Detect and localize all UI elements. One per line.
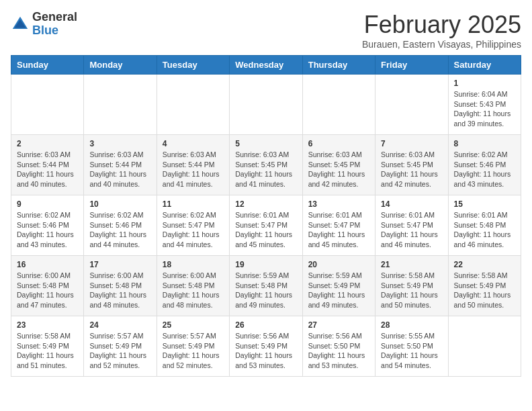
calendar-cell: 5Sunrise: 6:03 AM Sunset: 5:45 PM Daylig… xyxy=(230,135,302,195)
day-number: 4 xyxy=(163,139,224,148)
calendar-cell: 1Sunrise: 6:04 AM Sunset: 5:43 PM Daylig… xyxy=(448,75,521,135)
calendar-day-header: Wednesday xyxy=(230,56,302,75)
day-number: 24 xyxy=(89,320,150,330)
calendar-cell xyxy=(11,75,84,135)
calendar-week-row: 23Sunrise: 5:58 AM Sunset: 5:49 PM Dayli… xyxy=(11,316,521,377)
day-info: Sunrise: 6:03 AM Sunset: 5:45 PM Dayligh… xyxy=(381,150,442,189)
day-info: Sunrise: 5:58 AM Sunset: 5:49 PM Dayligh… xyxy=(454,271,515,310)
logo-blue-text: Blue xyxy=(32,24,77,38)
day-info: Sunrise: 5:57 AM Sunset: 5:49 PM Dayligh… xyxy=(163,331,224,371)
day-info: Sunrise: 6:02 AM Sunset: 5:47 PM Dayligh… xyxy=(163,210,224,250)
day-info: Sunrise: 6:04 AM Sunset: 5:43 PM Dayligh… xyxy=(454,89,515,129)
day-number: 23 xyxy=(17,320,78,330)
day-info: Sunrise: 5:58 AM Sunset: 5:49 PM Dayligh… xyxy=(17,331,78,371)
day-info: Sunrise: 6:00 AM Sunset: 5:48 PM Dayligh… xyxy=(163,271,224,310)
calendar-cell: 20Sunrise: 5:59 AM Sunset: 5:49 PM Dayli… xyxy=(302,256,375,316)
calendar-day-header: Friday xyxy=(375,56,448,75)
calendar-day-header: Sunday xyxy=(11,56,84,75)
calendar-cell: 2Sunrise: 6:03 AM Sunset: 5:44 PM Daylig… xyxy=(11,135,84,195)
calendar-week-row: 1Sunrise: 6:04 AM Sunset: 5:43 PM Daylig… xyxy=(11,75,521,135)
day-info: Sunrise: 6:03 AM Sunset: 5:44 PM Dayligh… xyxy=(89,150,150,189)
day-info: Sunrise: 6:00 AM Sunset: 5:48 PM Dayligh… xyxy=(89,271,150,310)
calendar-day-header: Tuesday xyxy=(157,56,229,75)
calendar-cell xyxy=(84,75,157,135)
day-number: 7 xyxy=(381,139,442,148)
day-number: 27 xyxy=(308,320,369,330)
calendar-cell: 8Sunrise: 6:02 AM Sunset: 5:46 PM Daylig… xyxy=(448,135,521,195)
day-info: Sunrise: 5:56 AM Sunset: 5:50 PM Dayligh… xyxy=(308,331,369,371)
day-number: 6 xyxy=(308,139,369,148)
calendar-cell: 14Sunrise: 6:01 AM Sunset: 5:47 PM Dayli… xyxy=(375,195,448,256)
calendar-day-header: Saturday xyxy=(448,56,521,75)
day-info: Sunrise: 5:56 AM Sunset: 5:49 PM Dayligh… xyxy=(235,331,296,371)
calendar-cell: 19Sunrise: 5:59 AM Sunset: 5:48 PM Dayli… xyxy=(230,256,302,316)
day-info: Sunrise: 5:59 AM Sunset: 5:48 PM Dayligh… xyxy=(235,271,296,310)
day-number: 10 xyxy=(89,199,150,209)
day-info: Sunrise: 6:01 AM Sunset: 5:47 PM Dayligh… xyxy=(381,210,442,250)
day-info: Sunrise: 6:02 AM Sunset: 5:46 PM Dayligh… xyxy=(17,210,78,250)
logo-icon xyxy=(11,15,30,34)
day-number: 2 xyxy=(17,139,78,148)
calendar-cell: 27Sunrise: 5:56 AM Sunset: 5:50 PM Dayli… xyxy=(302,316,375,377)
calendar-cell: 10Sunrise: 6:02 AM Sunset: 5:46 PM Dayli… xyxy=(84,195,157,256)
calendar-day-header: Monday xyxy=(84,56,157,75)
calendar-cell xyxy=(230,75,302,135)
day-number: 22 xyxy=(454,260,515,269)
calendar-table: SundayMondayTuesdayWednesdayThursdayFrid… xyxy=(11,55,521,377)
calendar-cell: 17Sunrise: 6:00 AM Sunset: 5:48 PM Dayli… xyxy=(84,256,157,316)
logo-text: General Blue xyxy=(32,11,77,38)
day-number: 25 xyxy=(163,320,224,330)
day-number: 16 xyxy=(17,260,78,269)
day-number: 8 xyxy=(454,139,515,148)
day-number: 20 xyxy=(308,260,369,269)
calendar-cell: 3Sunrise: 6:03 AM Sunset: 5:44 PM Daylig… xyxy=(84,135,157,195)
day-number: 14 xyxy=(381,199,442,209)
day-info: Sunrise: 6:03 AM Sunset: 5:45 PM Dayligh… xyxy=(308,150,369,189)
day-info: Sunrise: 6:02 AM Sunset: 5:46 PM Dayligh… xyxy=(89,210,150,250)
calendar-day-header: Thursday xyxy=(302,56,375,75)
day-info: Sunrise: 6:02 AM Sunset: 5:46 PM Dayligh… xyxy=(454,150,515,189)
day-info: Sunrise: 6:01 AM Sunset: 5:48 PM Dayligh… xyxy=(454,210,515,250)
calendar-cell xyxy=(375,75,448,135)
calendar-cell: 9Sunrise: 6:02 AM Sunset: 5:46 PM Daylig… xyxy=(11,195,84,256)
day-number: 28 xyxy=(381,320,442,330)
day-info: Sunrise: 6:01 AM Sunset: 5:47 PM Dayligh… xyxy=(235,210,296,250)
day-number: 19 xyxy=(235,260,296,269)
day-number: 26 xyxy=(235,320,296,330)
calendar-cell xyxy=(157,75,229,135)
calendar-cell: 26Sunrise: 5:56 AM Sunset: 5:49 PM Dayli… xyxy=(230,316,302,377)
logo: General Blue xyxy=(11,11,77,38)
calendar-cell: 24Sunrise: 5:57 AM Sunset: 5:49 PM Dayli… xyxy=(84,316,157,377)
calendar-week-row: 16Sunrise: 6:00 AM Sunset: 5:48 PM Dayli… xyxy=(11,256,521,316)
day-number: 18 xyxy=(163,260,224,269)
month-title: February 2025 xyxy=(362,11,521,39)
day-info: Sunrise: 5:57 AM Sunset: 5:49 PM Dayligh… xyxy=(89,331,150,371)
calendar-cell: 4Sunrise: 6:03 AM Sunset: 5:44 PM Daylig… xyxy=(157,135,229,195)
day-info: Sunrise: 5:58 AM Sunset: 5:49 PM Dayligh… xyxy=(381,271,442,310)
day-number: 15 xyxy=(454,199,515,209)
page-header: General Blue February 2025 Burauen, East… xyxy=(11,11,521,50)
title-area: February 2025 Burauen, Eastern Visayas, … xyxy=(362,11,521,50)
calendar-week-row: 2Sunrise: 6:03 AM Sunset: 5:44 PM Daylig… xyxy=(11,135,521,195)
calendar-week-row: 9Sunrise: 6:02 AM Sunset: 5:46 PM Daylig… xyxy=(11,195,521,256)
day-number: 3 xyxy=(89,139,150,148)
calendar-cell: 21Sunrise: 5:58 AM Sunset: 5:49 PM Dayli… xyxy=(375,256,448,316)
day-info: Sunrise: 5:55 AM Sunset: 5:50 PM Dayligh… xyxy=(381,331,442,371)
calendar-cell: 11Sunrise: 6:02 AM Sunset: 5:47 PM Dayli… xyxy=(157,195,229,256)
calendar-cell: 28Sunrise: 5:55 AM Sunset: 5:50 PM Dayli… xyxy=(375,316,448,377)
day-number: 21 xyxy=(381,260,442,269)
day-number: 5 xyxy=(235,139,296,148)
calendar-cell xyxy=(448,316,521,377)
day-info: Sunrise: 6:00 AM Sunset: 5:48 PM Dayligh… xyxy=(17,271,78,310)
day-number: 1 xyxy=(454,79,515,88)
day-info: Sunrise: 6:03 AM Sunset: 5:44 PM Dayligh… xyxy=(163,150,224,189)
day-number: 11 xyxy=(163,199,224,209)
location-title: Burauen, Eastern Visayas, Philippines xyxy=(362,39,521,50)
day-info: Sunrise: 6:03 AM Sunset: 5:44 PM Dayligh… xyxy=(17,150,78,189)
day-number: 9 xyxy=(17,199,78,209)
day-info: Sunrise: 5:59 AM Sunset: 5:49 PM Dayligh… xyxy=(308,271,369,310)
calendar-cell: 15Sunrise: 6:01 AM Sunset: 5:48 PM Dayli… xyxy=(448,195,521,256)
calendar-cell: 22Sunrise: 5:58 AM Sunset: 5:49 PM Dayli… xyxy=(448,256,521,316)
day-number: 13 xyxy=(308,199,369,209)
calendar-cell: 18Sunrise: 6:00 AM Sunset: 5:48 PM Dayli… xyxy=(157,256,229,316)
